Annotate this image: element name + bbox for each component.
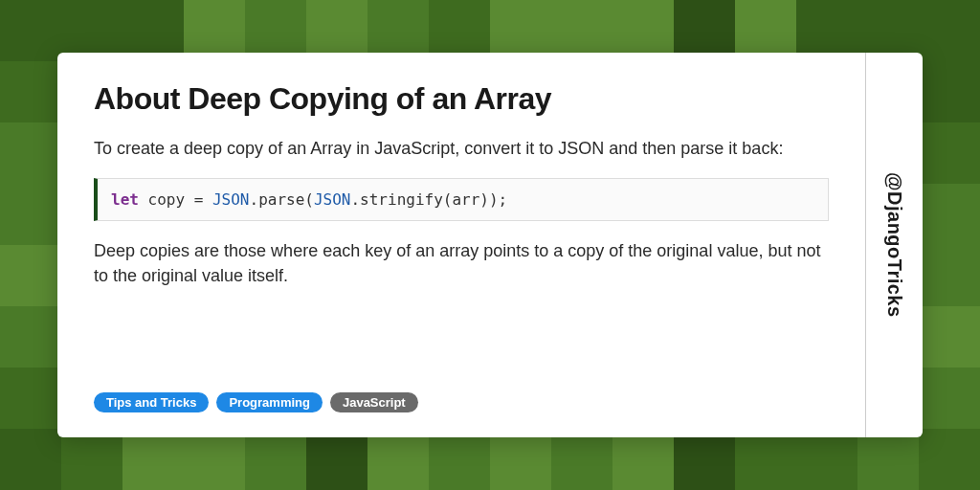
card-main: About Deep Copying of an Array To create… [57,53,865,437]
code-text: .stringify(arr)); [350,190,507,209]
code-text: .parse( [250,190,314,209]
code-keyword: let [111,190,139,209]
tag[interactable]: Tips and Tricks [94,392,209,412]
tag[interactable]: JavaScript [330,392,418,412]
card-aside: @DjangoTricks [865,53,923,437]
code-class: JSON [212,190,250,209]
page-title: About Deep Copying of an Array [94,81,829,117]
intro-paragraph: To create a deep copy of an Array in Jav… [94,136,829,161]
explanation-paragraph: Deep copies are those where each key of … [94,238,829,288]
tag[interactable]: Programming [216,392,323,412]
code-text: copy = [139,190,212,209]
code-block: let copy = JSON.parse(JSON.stringify(arr… [94,178,829,221]
author-handle: @DjangoTricks [883,172,905,318]
content-card: About Deep Copying of an Array To create… [57,53,923,437]
code-class: JSON [314,190,351,209]
tag-list: Tips and TricksProgrammingJavaScript [94,392,829,412]
